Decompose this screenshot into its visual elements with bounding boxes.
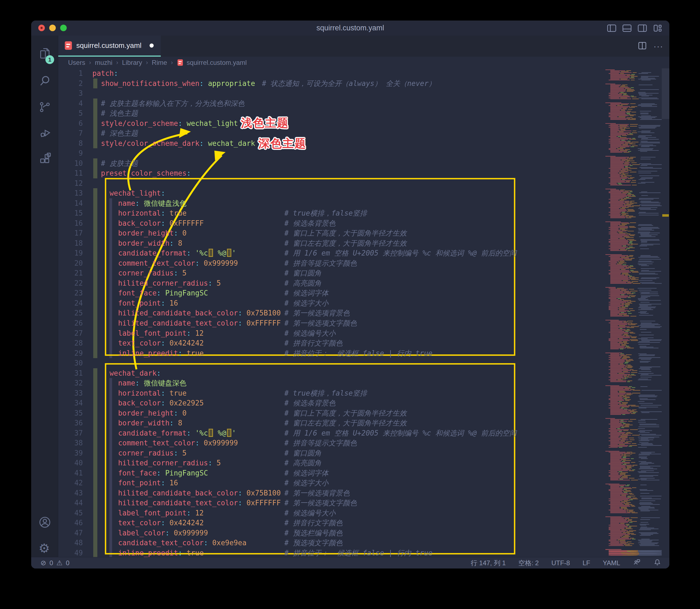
code-line[interactable]: 4# 皮肤主题名称输入在下方，分为浅色和深色 <box>58 99 669 109</box>
code-line[interactable]: 26hilited_candidate_text_color: 0xFFFFFF… <box>58 318 669 328</box>
code-editor[interactable]: 浅色主题 深色主题 1patch:2show_notifications_whe… <box>58 68 669 557</box>
code-line[interactable]: 29inline_preedit: true# 拼音位于： 候选框 false … <box>58 348 669 359</box>
code-line[interactable]: 35border_height: 0# 窗口上下高度，大于圆角半径才生效 <box>58 408 669 418</box>
code-line[interactable]: 19candidate_format: '%c %@'# 用 1/6 em 空格… <box>58 248 669 258</box>
toggle-secondary-sidebar-icon[interactable] <box>638 24 647 32</box>
vscode-window: squirrel.custom.yaml 1 <box>31 20 669 569</box>
line-number: 46 <box>61 518 83 528</box>
code-line[interactable]: 32name: 微信键盘深色 <box>58 378 669 388</box>
extensions-icon[interactable] <box>39 152 51 165</box>
code-line[interactable]: 33horizontal: true# true横排，false竖排 <box>58 388 669 398</box>
breadcrumb[interactable]: Users› muzhi› Library› Rime› squirrel.cu… <box>58 57 669 68</box>
line-number: 36 <box>61 418 83 428</box>
yaml-file-icon <box>65 41 72 50</box>
code-line[interactable]: 21corner_radius: 5# 窗口圆角 <box>58 268 669 278</box>
code-line[interactable]: 38comment_text_color: 0x999999# 拼音等提示文字颜… <box>58 438 669 448</box>
code-line[interactable]: 1patch: <box>58 68 669 79</box>
customize-layout-icon[interactable] <box>653 24 662 32</box>
breadcrumb-item[interactable]: Rime <box>152 59 167 67</box>
run-debug-icon[interactable] <box>39 126 51 139</box>
inline-comment: # 窗口左右宽度，大于圆角半径才生效 <box>284 238 407 248</box>
language-mode[interactable]: YAML <box>603 559 620 567</box>
modified-dot-icon[interactable] <box>149 44 154 48</box>
account-icon[interactable] <box>39 516 51 528</box>
line-number: 30 <box>61 358 83 368</box>
code-line[interactable]: 43hilited_candidate_back_color: 0x75B100… <box>58 488 669 498</box>
code-line[interactable]: 48candidate_text_color: 0xe9e9ea# 预选项文字颜… <box>58 538 669 548</box>
code-line[interactable]: 22hilited_corner_radius: 5# 高亮圆角 <box>58 278 669 289</box>
code-line[interactable]: 49inline_preedit: true# 拼音位于： 候选框 false … <box>58 548 669 557</box>
code-line[interactable]: 45label_font_point: 12# 候选编号大小 <box>58 508 669 518</box>
code-line[interactable]: 12 <box>58 178 669 189</box>
code-line[interactable]: 10# 皮肤主题 <box>58 158 669 169</box>
code-line[interactable]: 28text_color: 0x424242# 拼音行文字颜色 <box>58 338 669 348</box>
code-line[interactable]: 15horizontal: true# true横排，false竖排 <box>58 208 669 218</box>
code-line[interactable]: 24font_point: 16# 候选字大小 <box>58 298 669 308</box>
encoding[interactable]: UTF-8 <box>551 559 570 567</box>
errors-icon[interactable]: ⊘ <box>40 559 46 567</box>
code-line[interactable]: 9 <box>58 148 669 158</box>
code-line[interactable]: 27label_font_point: 12# 候选编号大小 <box>58 328 669 338</box>
code-line[interactable]: 20comment_text_color: 0x999999# 拼音等提示文字颜… <box>58 258 669 268</box>
code-line[interactable]: 8style/color_scheme_dark: wechat_dark <box>58 138 669 149</box>
line-number: 35 <box>61 408 83 418</box>
line-number: 22 <box>61 278 83 289</box>
split-editor-icon[interactable] <box>638 42 646 51</box>
tab-squirrel-custom-yaml[interactable]: squirrel.custom.yaml <box>58 36 161 57</box>
inline-comment: # 拼音位于： 候选框 false | 行内 true <box>284 348 433 359</box>
code-line[interactable]: 3 <box>58 88 669 99</box>
code-line[interactable]: 5# 浅色主题 <box>58 108 669 119</box>
code-line[interactable]: 2show_notifications_when: appropriate# 状… <box>58 79 669 89</box>
code-line[interactable]: 41font_face: PingFangSC# 候选词字体 <box>58 468 669 478</box>
errors-count[interactable]: 0 <box>50 559 53 567</box>
code-line[interactable]: 16back_color: 0xFFFFFF# 候选条背景色 <box>58 218 669 228</box>
code-line[interactable]: 39corner_radius: 5# 窗口圆角 <box>58 448 669 458</box>
breadcrumb-item[interactable]: Library <box>122 59 142 67</box>
line-number: 12 <box>61 178 83 189</box>
line-number: 15 <box>61 208 83 218</box>
settings-gear-icon[interactable]: ⚙ <box>39 542 51 555</box>
code-line[interactable]: 44hilited_candidate_text_color: 0xFFFFFF… <box>58 498 669 508</box>
code-line[interactable]: 46text_color: 0x424242# 拼音行文字颜色 <box>58 518 669 528</box>
code-line[interactable]: 34back_color: 0x2e2925# 候选条背景色 <box>58 398 669 408</box>
code-line[interactable]: 37candidate_format: '%c %@'# 用 1/6 em 空格… <box>58 428 669 438</box>
code-line[interactable]: 11preset_color_schemes: <box>58 168 669 178</box>
search-icon[interactable] <box>39 74 51 87</box>
inline-comment: # 拼音等提示文字颜色 <box>284 438 357 448</box>
code-line[interactable]: 18border_width: 8# 窗口左右宽度，大于圆角半径才生效 <box>58 238 669 248</box>
line-number: 8 <box>61 138 83 149</box>
source-control-icon[interactable] <box>39 101 51 113</box>
more-actions-icon[interactable]: ··· <box>653 41 663 51</box>
feedback-icon[interactable] <box>633 558 641 568</box>
line-number: 27 <box>61 328 83 338</box>
toggle-sidebar-icon[interactable] <box>607 24 616 32</box>
invisible-char-highlight <box>227 249 231 257</box>
breadcrumb-item[interactable]: muzhi <box>95 59 112 67</box>
warnings-count[interactable]: 0 <box>66 559 69 567</box>
warnings-icon[interactable]: ⚠ <box>56 559 62 567</box>
code-line[interactable]: 23font_face: PingFangSC# 候选词字体 <box>58 288 669 298</box>
code-line[interactable]: 14name: 微信键盘浅色 <box>58 198 669 208</box>
line-number: 25 <box>61 308 83 318</box>
code-line[interactable]: 31wechat_dark: <box>58 368 669 378</box>
indentation[interactable]: 空格: 2 <box>518 559 539 568</box>
notifications-bell-icon[interactable] <box>653 558 661 568</box>
code-line[interactable]: 6style/color_scheme: wechat_light <box>58 119 669 128</box>
code-line[interactable]: 42font_point: 16# 候选字大小 <box>58 478 669 488</box>
toggle-panel-icon[interactable] <box>622 24 632 32</box>
code-line[interactable]: 30 <box>58 358 669 368</box>
code-line[interactable]: 7# 深色主题 <box>58 128 669 138</box>
eol-type[interactable]: LF <box>582 559 590 567</box>
code-line[interactable]: 47label_color: 0x999999# 预选栏编号颜色 <box>58 528 669 538</box>
breadcrumb-item-file[interactable]: squirrel.custom.yaml <box>186 59 247 67</box>
line-number: 9 <box>61 148 83 158</box>
code-line[interactable]: 17border_height: 0# 窗口上下高度，大于圆角半径才生效 <box>58 228 669 238</box>
code-line[interactable]: 40hilited_corner_radius: 5# 高亮圆角 <box>58 458 669 468</box>
cursor-position[interactable]: 行 147, 列 1 <box>471 559 506 568</box>
inline-comment: # true横排，false竖排 <box>284 388 367 398</box>
code-line[interactable]: 25hilited_candidate_back_color: 0x75B100… <box>58 308 669 318</box>
code-line[interactable]: 13wechat_light: <box>58 188 669 198</box>
line-number: 19 <box>61 248 83 258</box>
breadcrumb-item[interactable]: Users <box>68 59 85 67</box>
code-line[interactable]: 36border_width: 8# 窗口左右宽度，大于圆角半径才生效 <box>58 418 669 428</box>
